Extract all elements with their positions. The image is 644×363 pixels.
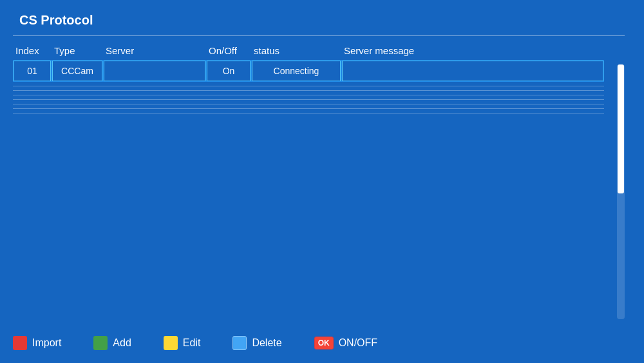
scrollbar-thumb — [618, 64, 624, 193]
scrollbar[interactable] — [617, 64, 625, 319]
add-color-btn — [93, 336, 108, 350]
content-area: Index Type Server On/Off status Server m… — [13, 45, 625, 326]
table-row[interactable]: 01 CCCam On Connecting — [13, 60, 604, 82]
add-label: Add — [113, 337, 131, 349]
page-title: CS Protocol — [19, 13, 93, 28]
cell-server — [104, 61, 205, 81]
cell-index: 01 — [14, 61, 51, 81]
cell-message — [342, 61, 603, 81]
delete-color-btn — [232, 336, 247, 350]
delete-label: Delete — [252, 337, 281, 349]
edit-label: Edit — [183, 337, 201, 349]
onoff-label: ON/OFF — [339, 337, 377, 349]
cell-status: Connecting — [252, 61, 341, 81]
main-container: CS Protocol Index Type Server On/Off sta… — [0, 0, 644, 363]
onoff-item[interactable]: OK ON/OFF — [314, 337, 377, 349]
header-server: Server — [106, 45, 209, 56]
title-bar: CS Protocol — [13, 13, 625, 36]
separator-2 — [13, 90, 604, 91]
separator-3 — [13, 95, 604, 95]
import-item[interactable]: Import — [13, 336, 61, 350]
edit-color-btn — [164, 336, 178, 350]
import-color-btn — [13, 336, 27, 350]
separator-5 — [13, 104, 604, 104]
separator-6 — [13, 108, 604, 109]
separator-7 — [13, 113, 604, 113]
add-item[interactable]: Add — [93, 336, 131, 350]
header-onoff: On/Off — [209, 45, 254, 56]
header-type: Type — [54, 45, 106, 56]
cell-onoff: On — [207, 61, 251, 81]
table-area: Index Type Server On/Off status Server m… — [13, 45, 617, 326]
header-status: status — [254, 45, 344, 56]
table-header: Index Type Server On/Off status Server m… — [13, 45, 604, 60]
separator-4 — [13, 99, 604, 100]
cell-type: CCCam — [52, 61, 102, 81]
ok-btn: OK — [314, 337, 334, 349]
header-message: Server message — [344, 45, 601, 56]
footer: Import Add Edit Delete OK ON/OFF — [13, 326, 625, 350]
import-label: Import — [32, 337, 61, 349]
edit-item[interactable]: Edit — [164, 336, 201, 350]
header-index: Index — [15, 45, 54, 56]
separator-1 — [13, 86, 604, 86]
delete-item[interactable]: Delete — [232, 336, 281, 350]
